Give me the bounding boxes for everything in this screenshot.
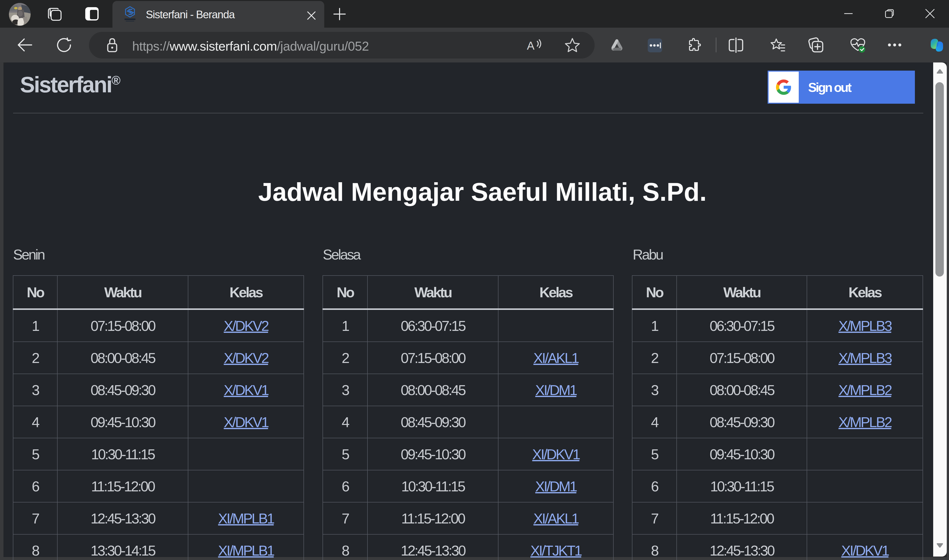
svg-text:A: A [527,39,535,52]
